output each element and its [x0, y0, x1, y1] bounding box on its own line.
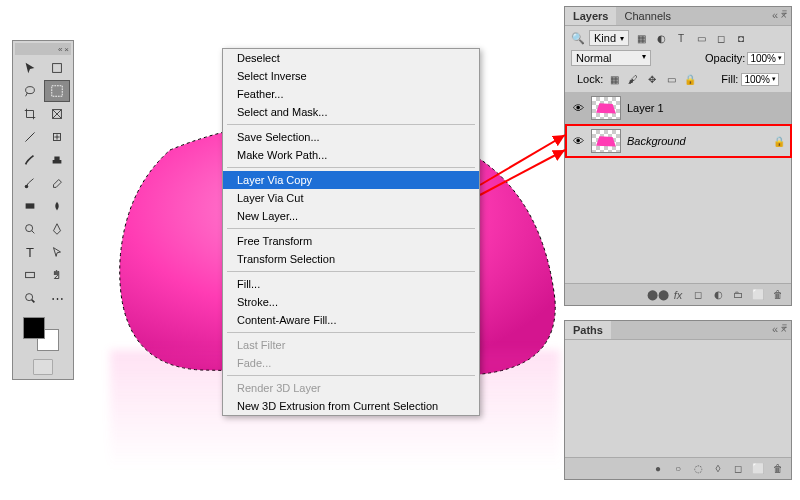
panel-collapse-icon[interactable]: « [772, 323, 778, 335]
filter-smart-icon[interactable]: ◻ [713, 31, 729, 45]
rectangle-tool[interactable] [17, 264, 43, 286]
fill-path-icon[interactable]: ● [651, 462, 665, 476]
menu-item-select-inverse[interactable]: Select Inverse [223, 67, 479, 85]
blur-tool[interactable] [44, 195, 70, 217]
lock-position-icon[interactable]: ✥ [644, 72, 660, 86]
group-layers-icon[interactable]: 🗀 [731, 288, 745, 302]
visibility-toggle[interactable]: 👁 [571, 102, 585, 114]
layer-name[interactable]: Layer 1 [627, 102, 785, 114]
artboard-tool[interactable] [44, 57, 70, 79]
panel-collapse-icon[interactable]: « [772, 9, 778, 21]
layer-fx-icon[interactable]: fx [671, 288, 685, 302]
pen-tool[interactable] [44, 218, 70, 240]
zoom-tool[interactable] [17, 287, 43, 309]
layer-thumbnail[interactable] [591, 96, 621, 120]
lock-label: Lock: [577, 73, 603, 85]
fill-input[interactable]: 100% [741, 73, 779, 86]
tab-layers[interactable]: Layers [565, 7, 616, 25]
layer-filter-dropdown[interactable]: Kind [589, 30, 629, 46]
menu-item-content-aware-fill[interactable]: Content-Aware Fill... [223, 311, 479, 329]
opacity-label: Opacity: [705, 52, 745, 64]
eyedropper-tool[interactable] [17, 126, 43, 148]
new-path-icon[interactable]: ⬜ [751, 462, 765, 476]
paths-list[interactable] [565, 340, 791, 450]
type-tool[interactable]: T [17, 241, 43, 263]
layer-name[interactable]: Background [627, 135, 767, 147]
collapse-icon[interactable]: « [58, 45, 62, 54]
blend-mode-dropdown[interactable]: Normal [571, 50, 651, 66]
filter-type-icon[interactable]: T [673, 31, 689, 45]
stroke-path-icon[interactable]: ○ [671, 462, 685, 476]
menu-item-fill[interactable]: Fill... [223, 275, 479, 293]
svg-line-15 [32, 300, 35, 303]
lock-artboard-icon[interactable]: ▭ [663, 72, 679, 86]
path-to-selection-icon[interactable]: ◌ [691, 462, 705, 476]
svg-rect-10 [26, 203, 35, 208]
delete-layer-icon[interactable]: 🗑 [771, 288, 785, 302]
filter-toggle-icon[interactable]: ◘ [733, 31, 749, 45]
tab-channels[interactable]: Channels [616, 7, 678, 25]
selection-to-path-icon[interactable]: ◊ [711, 462, 725, 476]
tab-paths[interactable]: Paths [565, 321, 611, 339]
filter-adjustment-icon[interactable]: ◐ [653, 31, 669, 45]
new-layer-icon[interactable]: ⬜ [751, 288, 765, 302]
layers-footer: ⬤⬤ fx ◻ ◐ 🗀 ⬜ 🗑 [565, 283, 791, 305]
adjustment-layer-icon[interactable]: ◐ [711, 288, 725, 302]
dodge-tool[interactable] [17, 218, 43, 240]
delete-path-icon[interactable]: 🗑 [771, 462, 785, 476]
eraser-tool[interactable] [44, 172, 70, 194]
add-mask-icon[interactable]: ◻ [691, 288, 705, 302]
move-tool[interactable] [17, 57, 43, 79]
menu-item-new-layer[interactable]: New Layer... [223, 207, 479, 225]
quick-mask-toggle[interactable] [33, 359, 53, 375]
filter-shape-icon[interactable]: ▭ [693, 31, 709, 45]
color-swatches[interactable] [15, 311, 71, 355]
panel-close-icon[interactable]: × [781, 323, 787, 335]
menu-item-select-and-mask[interactable]: Select and Mask... [223, 103, 479, 121]
callout-arrow-2 [475, 145, 575, 205]
foreground-color[interactable] [23, 317, 45, 339]
brush-tool[interactable] [17, 149, 43, 171]
history-brush-tool[interactable] [17, 172, 43, 194]
layer-row[interactable]: 👁Layer 1 [565, 92, 791, 125]
menu-item-free-transform[interactable]: Free Transform [223, 232, 479, 250]
close-icon[interactable]: × [64, 45, 69, 54]
lock-all-icon[interactable]: 🔒 [682, 72, 698, 86]
menu-item-feather[interactable]: Feather... [223, 85, 479, 103]
menu-item-layer-via-copy[interactable]: Layer Via Copy [223, 171, 479, 189]
menu-separator [227, 332, 475, 333]
add-mask-path-icon[interactable]: ◻ [731, 462, 745, 476]
menu-item-fade: Fade... [223, 354, 479, 372]
menu-item-save-selection[interactable]: Save Selection... [223, 128, 479, 146]
healing-brush-tool[interactable] [44, 126, 70, 148]
edit-toolbar[interactable]: ⋯ [44, 287, 70, 309]
menu-item-transform-selection[interactable]: Transform Selection [223, 250, 479, 268]
svg-line-12 [32, 231, 35, 234]
svg-line-17 [480, 150, 565, 195]
path-selection-tool[interactable] [44, 241, 70, 263]
menu-item-new-3d-extrusion-from-current-selection[interactable]: New 3D Extrusion from Current Selection [223, 397, 479, 415]
lasso-tool[interactable] [17, 80, 43, 102]
layer-row[interactable]: 👁Background🔒 [565, 125, 791, 158]
menu-separator [227, 167, 475, 168]
opacity-input[interactable]: 100% [747, 52, 785, 65]
lock-transparency-icon[interactable]: ▦ [606, 72, 622, 86]
hand-tool[interactable] [44, 264, 70, 286]
panel-close-icon[interactable]: × [781, 9, 787, 21]
layer-thumbnail[interactable] [591, 129, 621, 153]
lock-pixels-icon[interactable]: 🖌 [625, 72, 641, 86]
crop-tool[interactable] [17, 103, 43, 125]
filter-pixel-icon[interactable]: ▦ [633, 31, 649, 45]
menu-item-deselect[interactable]: Deselect [223, 49, 479, 67]
svg-point-11 [26, 225, 33, 232]
clone-stamp-tool[interactable] [44, 149, 70, 171]
menu-item-render-3d-layer: Render 3D Layer [223, 379, 479, 397]
menu-item-stroke[interactable]: Stroke... [223, 293, 479, 311]
layers-panel: « × Layers Channels ≡ 🔍 Kind ▦ ◐ T ▭ ◻ ◘… [564, 6, 792, 306]
gradient-tool[interactable] [17, 195, 43, 217]
quick-selection-tool[interactable] [44, 80, 70, 102]
menu-item-layer-via-cut[interactable]: Layer Via Cut [223, 189, 479, 207]
link-layers-icon[interactable]: ⬤⬤ [651, 288, 665, 302]
frame-tool[interactable] [44, 103, 70, 125]
menu-item-make-work-path[interactable]: Make Work Path... [223, 146, 479, 164]
